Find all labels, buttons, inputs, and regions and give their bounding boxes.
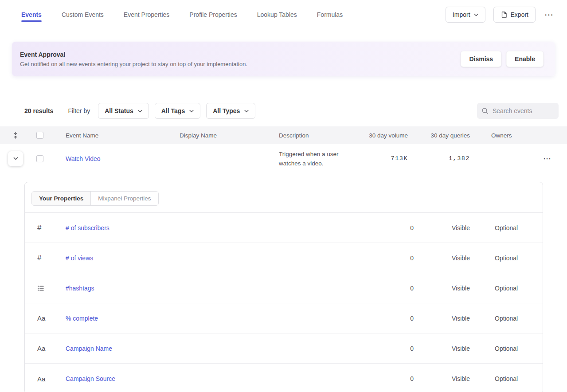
properties-tabs: Your Properties Mixpanel Properties [25,182,543,212]
property-visibility: Visible [414,255,495,262]
property-row: Aa Campaign Source 0 Visible Optional [25,364,543,392]
list-icon [25,285,66,292]
collapse-row-button[interactable] [8,151,23,166]
chevron-down-icon [12,155,19,162]
filter-by-label: Filter by [68,107,90,114]
collapse-all-icon[interactable] [0,132,31,139]
text-type-icon: Aa [25,345,66,352]
property-row: # # of subscribers 0 Visible Optional [25,213,543,243]
property-name-link[interactable]: # of views [66,255,343,262]
tab-events[interactable]: Events [21,0,42,29]
property-row: #hashtags 0 Visible Optional [25,273,543,303]
property-row: Aa Campaign Name 0 Visible Optional [25,333,543,364]
filter-bar: 20 results Filter by All Status All Tags… [0,103,567,119]
banner-title: Event Approval [20,51,247,58]
col-event-name: Event Name [49,132,175,139]
select-all-checkbox[interactable] [36,132,43,139]
tab-event-properties[interactable]: Event Properties [124,0,170,29]
property-visibility: Visible [414,375,495,382]
tags-filter-dropdown[interactable]: All Tags [155,103,200,119]
text-type-icon: Aa [25,314,66,322]
event-name-link[interactable]: Watch Video [49,155,175,162]
results-count: 20 results [24,107,53,114]
filter-dropdowns: All Status All Tags All Types [98,103,255,119]
property-name-link[interactable]: # of subscribers [66,224,343,231]
event-row-watch-video: Watch Video Triggered when a user watche… [0,144,567,173]
chevron-down-icon [189,110,194,113]
property-value: 0 [343,224,414,231]
export-file-icon [501,11,507,18]
property-requirement: Optional [495,375,543,382]
import-label: Import [453,11,470,18]
banner-text: Event Approval Get notified on all new e… [20,51,247,67]
row-checkbox[interactable] [36,155,43,162]
property-requirement: Optional [495,285,543,292]
chevron-down-icon [474,13,478,16]
properties-tab-group: Your Properties Mixpanel Properties [31,191,159,206]
export-label: Export [511,11,528,18]
nav-actions: Import Export ⋯ [446,7,555,23]
property-requirement: Optional [495,224,543,231]
hash-icon: # [25,223,66,232]
property-value: 0 [343,315,414,322]
tab-mixpanel-properties[interactable]: Mixpanel Properties [91,192,158,205]
property-visibility: Visible [414,224,495,231]
event-30d-volume: 713K [359,155,408,162]
property-visibility: Visible [414,315,495,322]
banner-subtitle: Get notified on all new events entering … [20,61,247,67]
property-requirement: Optional [495,315,543,322]
text-type-icon: Aa [25,375,66,383]
property-name-link[interactable]: Campaign Name [66,345,343,352]
col-30-day-queries: 30 day queries [408,132,470,139]
types-filter-label: All Types [213,107,240,114]
property-value: 0 [343,375,414,382]
types-filter-dropdown[interactable]: All Types [206,103,255,119]
nav-tabs: Events Custom Events Event Properties Pr… [21,0,343,29]
property-value: 0 [343,285,414,292]
property-name-link[interactable]: % complete [66,315,343,322]
event-description: Triggered when a user watches a video. [274,149,359,168]
search-box[interactable] [477,103,559,119]
tab-your-properties[interactable]: Your Properties [32,192,91,205]
col-owners: Owners [470,132,528,139]
tab-profile-properties[interactable]: Profile Properties [189,0,237,29]
property-name-link[interactable]: Campaign Source [66,375,343,382]
property-requirement: Optional [495,345,543,352]
chevron-down-icon [244,110,249,113]
event-30d-queries: 1,382 [408,155,470,162]
status-filter-dropdown[interactable]: All Status [98,103,149,119]
tab-lookup-tables[interactable]: Lookup Tables [257,0,297,29]
property-requirement: Optional [495,255,543,262]
search-icon [481,107,489,115]
events-table-header: Event Name Display Name Description 30 d… [0,126,567,144]
row-more-icon[interactable]: ⋯ [528,154,567,164]
properties-panel: Your Properties Mixpanel Properties # # … [24,182,543,392]
property-name-link[interactable]: #hashtags [66,285,343,292]
hash-icon: # [25,254,66,263]
property-value: 0 [343,345,414,352]
top-nav: Events Custom Events Event Properties Pr… [0,0,567,29]
search-input[interactable] [493,107,554,114]
tab-formulas[interactable]: Formulas [317,0,343,29]
tab-custom-events[interactable]: Custom Events [62,0,104,29]
property-visibility: Visible [414,285,495,292]
property-visibility: Visible [414,345,495,352]
nav-more-icon[interactable]: ⋯ [544,8,555,21]
export-button[interactable]: Export [493,7,536,23]
banner-actions: Dismiss Enable [461,51,544,67]
col-30-day-volume: 30 day volume [359,132,408,139]
dismiss-button[interactable]: Dismiss [461,51,501,67]
enable-button[interactable]: Enable [506,51,544,67]
status-filter-label: All Status [105,107,133,114]
col-display-name: Display Name [175,132,274,139]
property-row: Aa % complete 0 Visible Optional [25,303,543,333]
property-row: # # of views 0 Visible Optional [25,243,543,273]
event-approval-banner: Event Approval Get notified on all new e… [12,42,555,76]
import-button[interactable]: Import [446,7,485,23]
col-description: Description [274,132,359,139]
chevron-down-icon [138,110,142,113]
tags-filter-label: All Tags [161,107,185,114]
property-value: 0 [343,255,414,262]
